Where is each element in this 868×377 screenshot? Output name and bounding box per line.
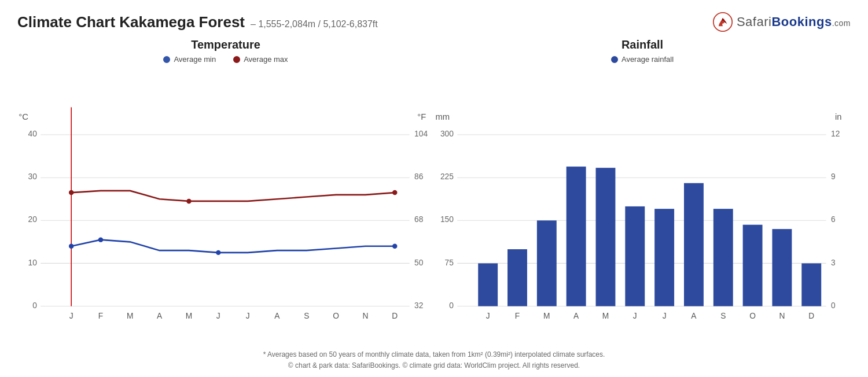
avg-max-line (71, 191, 395, 201)
footer-note: * Averages based on 50 years of monthly … (17, 349, 851, 371)
bar-mar (537, 220, 557, 306)
svg-text:N: N (362, 312, 368, 320)
legend-dot-rainfall (611, 56, 618, 63)
safari-logo-icon (712, 12, 733, 32)
svg-text:150: 150 (440, 215, 454, 224)
temperature-svg: °C 40 30 20 10 0 °F 104 86 68 50 32 (17, 66, 434, 345)
svg-text:M: M (127, 312, 133, 320)
svg-text:O: O (333, 312, 339, 320)
svg-text:20: 20 (28, 215, 38, 224)
svg-text:68: 68 (414, 215, 424, 224)
svg-text:S: S (304, 312, 309, 320)
main-title: Climate Chart Kakamega Forest (17, 13, 245, 31)
svg-text:J: J (246, 312, 250, 320)
legend-label-max: Average max (244, 55, 288, 64)
svg-text:A: A (157, 312, 163, 320)
svg-text:J: J (663, 312, 667, 320)
max-dot-jan (69, 190, 73, 195)
svg-text:A: A (573, 312, 579, 320)
temperature-chart-area: °C 40 30 20 10 0 °F 104 86 68 50 32 (17, 66, 434, 345)
title-block: Climate Chart Kakamega Forest – 1,555-2,… (17, 13, 378, 31)
bar-aug (684, 183, 704, 306)
rainfall-chart-area: mm 300 225 150 75 0 in 12 9 6 3 0 (434, 66, 851, 345)
temperature-chart-title: Temperature (17, 38, 434, 51)
min-dot-jan (69, 244, 73, 249)
svg-text:12: 12 (831, 130, 840, 138)
svg-text:3: 3 (831, 258, 836, 267)
footer-line1: * Averages based on 50 years of monthly … (17, 349, 851, 360)
legend-label-rainfall: Average rainfall (621, 55, 674, 64)
max-dot-dec (392, 190, 397, 195)
bar-may (596, 168, 616, 306)
bar-jun (625, 206, 645, 306)
legend-item-rainfall: Average rainfall (611, 55, 674, 64)
svg-text:10: 10 (28, 258, 38, 267)
svg-text:225: 225 (440, 172, 454, 181)
svg-text:104: 104 (414, 130, 428, 138)
page-container: Climate Chart Kakamega Forest – 1,555-2,… (0, 0, 868, 377)
max-dot-may (186, 199, 191, 204)
legend-dot-min (163, 56, 170, 63)
logo-bookings: Bookings (771, 14, 832, 29)
min-dot-feb (98, 237, 103, 242)
svg-text:J: J (486, 312, 490, 320)
bar-sep (713, 209, 733, 306)
rain-yaxis-right-label: in (835, 112, 842, 121)
rain-yaxis-left-label: mm (435, 112, 450, 121)
rainfall-svg: mm 300 225 150 75 0 in 12 9 6 3 0 (434, 66, 851, 345)
min-dot-dec (392, 244, 397, 249)
logo: SafariBookings.com (712, 12, 851, 32)
svg-text:N: N (779, 312, 785, 320)
svg-text:40: 40 (28, 130, 38, 138)
legend-item-min: Average min (163, 55, 216, 64)
svg-text:0: 0 (449, 301, 454, 310)
svg-text:30: 30 (28, 172, 38, 181)
legend-dot-max (233, 56, 240, 63)
legend-item-max: Average max (233, 55, 288, 64)
svg-text:75: 75 (445, 258, 454, 267)
temp-yaxis-left-label: °C (19, 112, 28, 121)
logo-safari: Safari (737, 14, 771, 29)
svg-text:A: A (691, 312, 697, 320)
svg-text:M: M (602, 312, 609, 320)
charts-row: Temperature Average min Average max °C 4… (17, 38, 851, 345)
avg-min-line (71, 240, 395, 253)
svg-text:M: M (543, 312, 550, 320)
temperature-legend: Average min Average max (17, 55, 434, 64)
bar-oct (743, 225, 763, 306)
svg-text:0: 0 (32, 301, 37, 310)
svg-text:32: 32 (414, 301, 423, 310)
svg-text:J: J (216, 312, 220, 320)
temp-yaxis-right-label: °F (417, 112, 426, 121)
bar-feb (507, 249, 527, 306)
svg-text:A: A (274, 312, 280, 320)
svg-text:M: M (186, 312, 192, 320)
bar-jan (478, 263, 498, 306)
rainfall-legend: Average rainfall (434, 55, 851, 64)
svg-text:O: O (749, 312, 756, 320)
svg-text:S: S (720, 312, 726, 320)
svg-text:D: D (808, 312, 814, 320)
svg-text:300: 300 (440, 130, 454, 138)
svg-text:D: D (392, 312, 398, 320)
header: Climate Chart Kakamega Forest – 1,555-2,… (17, 12, 851, 32)
svg-text:F: F (515, 312, 520, 320)
rainfall-chart-panel: Rainfall Average rainfall mm 300 225 150… (434, 38, 851, 345)
bar-nov (772, 229, 792, 306)
svg-text:86: 86 (414, 172, 424, 181)
svg-point-1 (721, 20, 724, 23)
min-dot-jun (216, 250, 220, 255)
svg-text:0: 0 (831, 301, 836, 310)
bar-apr (567, 167, 586, 306)
svg-text:J: J (69, 312, 73, 320)
bar-dec (801, 263, 821, 306)
svg-text:F: F (98, 312, 103, 320)
temperature-chart-panel: Temperature Average min Average max °C 4… (17, 38, 434, 345)
svg-text:9: 9 (831, 172, 836, 181)
logo-text: SafariBookings.com (737, 14, 851, 29)
svg-text:J: J (633, 312, 637, 320)
rainfall-chart-title: Rainfall (434, 38, 851, 51)
logo-com: .com (832, 19, 851, 28)
svg-text:6: 6 (831, 215, 836, 224)
footer-line2: © chart & park data: SafariBookings. © c… (17, 360, 851, 371)
